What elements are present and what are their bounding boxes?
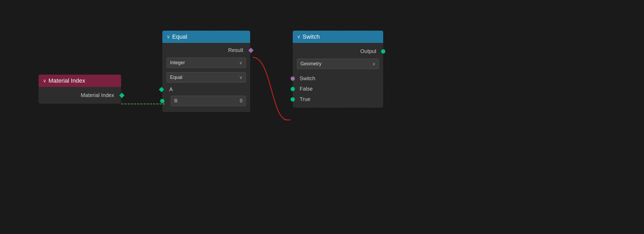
equal-equal-dropdown[interactable]: Equal ∨ — [167, 72, 246, 83]
equal-a-connector[interactable] — [159, 87, 164, 92]
equal-b-input[interactable]: B 0 — [171, 96, 246, 106]
switch-switch-input-row: Switch — [293, 73, 383, 84]
equal-integer-dropdown-chevron: ∨ — [239, 60, 242, 65]
equal-b-field-value: 0 — [240, 98, 242, 104]
switch-geometry-dropdown-row: Geometry ∨ — [293, 57, 383, 71]
switch-false-input-row: False — [293, 84, 383, 94]
material-index-output-row: Material Index — [39, 91, 121, 100]
switch-geometry-dropdown-value: Geometry — [300, 61, 321, 67]
equal-result-row: Result — [162, 45, 250, 55]
equal-node: ∨ Equal Result Integer ∨ Equal ∨ A — [162, 31, 250, 112]
equal-a-input-row: A — [162, 85, 250, 94]
switch-false-connector[interactable] — [291, 87, 295, 91]
equal-header[interactable]: ∨ Equal — [162, 31, 250, 43]
material-index-node: ∨ Material Index Material Index — [39, 75, 121, 104]
equal-equal-dropdown-chevron: ∨ — [239, 75, 242, 80]
switch-switch-connector[interactable] — [291, 76, 295, 81]
equal-equal-dropdown-value: Equal — [170, 75, 182, 80]
equal-equal-dropdown-row: Equal ∨ — [162, 70, 250, 85]
equal-title: Equal — [172, 33, 187, 40]
material-index-header[interactable]: ∨ Material Index — [39, 75, 121, 87]
equal-integer-dropdown-row: Integer ∨ — [162, 55, 250, 70]
material-index-chevron: ∨ — [43, 78, 46, 84]
switch-geometry-dropdown-chevron: ∨ — [372, 61, 375, 66]
switch-switch-label: Switch — [300, 75, 315, 82]
switch-body: Output Geometry ∨ Switch False True — [293, 43, 383, 108]
equal-to-switch-connection — [253, 57, 291, 120]
material-index-title: Material Index — [48, 77, 85, 84]
switch-true-connector[interactable] — [291, 97, 295, 102]
switch-header[interactable]: ∨ Switch — [293, 31, 383, 43]
switch-true-input-row: True — [293, 94, 383, 104]
equal-result-connector[interactable] — [248, 48, 254, 53]
equal-integer-dropdown[interactable]: Integer ∨ — [167, 58, 246, 68]
equal-chevron: ∨ — [167, 34, 170, 40]
switch-output-label: Output — [360, 48, 376, 54]
equal-integer-dropdown-value: Integer — [170, 60, 185, 66]
switch-title: Switch — [303, 33, 320, 40]
switch-false-label: False — [300, 86, 313, 92]
equal-result-label: Result — [228, 47, 243, 53]
equal-b-connector[interactable] — [160, 99, 164, 103]
material-index-output-connector[interactable] — [119, 93, 125, 98]
equal-b-input-row: B 0 — [162, 94, 250, 108]
switch-true-label: True — [300, 96, 310, 102]
equal-b-field-label: B — [174, 98, 177, 104]
switch-chevron: ∨ — [297, 34, 300, 40]
equal-body: Result Integer ∨ Equal ∨ A B 0 — [162, 43, 250, 112]
switch-node: ∨ Switch Output Geometry ∨ Switch False — [293, 31, 383, 108]
material-index-output-label: Material Index — [81, 92, 114, 98]
switch-geometry-dropdown[interactable]: Geometry ∨ — [297, 59, 379, 69]
switch-output-connector[interactable] — [381, 49, 385, 54]
equal-a-label: A — [169, 86, 173, 92]
switch-output-row: Output — [293, 46, 383, 57]
material-index-body: Material Index — [39, 87, 121, 104]
